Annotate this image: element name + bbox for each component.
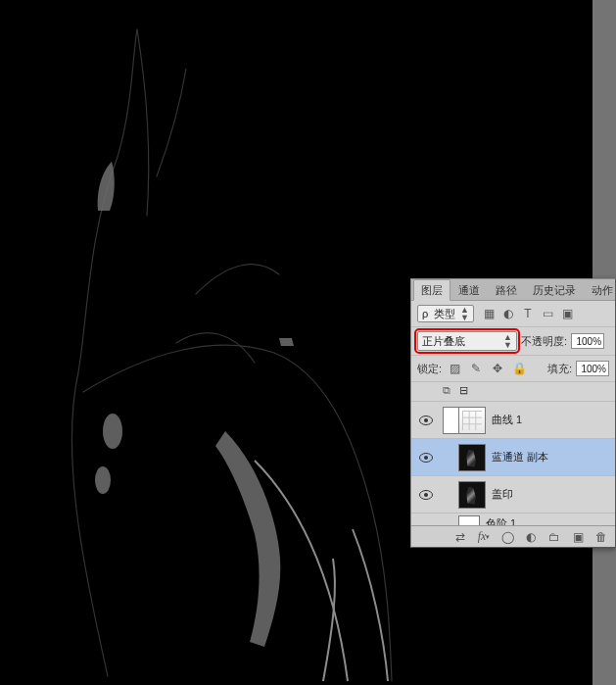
fill-input[interactable] [576, 361, 609, 376]
layers-footer: ⇄ fx▾ ◯ ◐ 🗀 ▣ 🗑 [411, 525, 615, 547]
layers-list: 曲线 1 蓝通道 副本 盖印 色阶 1 [411, 402, 615, 525]
layer-name: 蓝通道 副本 [492, 450, 548, 465]
svg-point-2 [95, 466, 111, 494]
fx-button[interactable]: fx▾ [474, 528, 494, 546]
link-indicator: ⊟ [459, 384, 468, 396]
eye-icon [419, 416, 433, 425]
visibility-toggle[interactable] [415, 490, 437, 500]
group-button[interactable]: 🗀 [545, 528, 564, 546]
new-layer-button[interactable]: ▣ [568, 528, 588, 546]
link-layers-button[interactable]: ⇄ [450, 528, 470, 546]
lock-all-icon[interactable]: 🔒 [510, 360, 528, 377]
blend-opacity-row: 正片叠底 ▲▼ 不透明度: [411, 327, 615, 356]
opacity-label: 不透明度: [521, 334, 567, 349]
tab-channels[interactable]: 通道 [450, 279, 488, 300]
tab-paths[interactable]: 路径 [488, 279, 525, 300]
filter-adjust-icon[interactable]: ◐ [499, 305, 517, 322]
svg-point-1 [103, 414, 122, 449]
filter-pixel-icon[interactable]: ▦ [480, 305, 498, 322]
chevron-updown-icon: ▲▼ [503, 333, 512, 349]
tab-layers[interactable]: 图层 [413, 279, 450, 301]
filter-prefix: ρ [422, 308, 428, 319]
tab-history[interactable]: 历史记录 [525, 279, 584, 300]
lock-label: 锁定: [417, 362, 442, 376]
layer-name: 曲线 1 [492, 413, 522, 427]
layer-row-stamp[interactable]: 盖印 [411, 476, 615, 514]
visibility-toggle[interactable] [415, 416, 437, 425]
svg-point-6 [424, 456, 428, 460]
filter-label: 类型 [434, 307, 455, 321]
svg-point-8 [424, 493, 428, 497]
panel-tab-bar: 图层 通道 路径 历史记录 动作 [411, 279, 615, 301]
layer-filter-row: ρ 类型 ▲▼ ▦ ◐ T ▭ ▣ [411, 301, 615, 327]
pass-through-row: ⧉ ⊟ [411, 382, 615, 402]
layers-panel: 图层 通道 路径 历史记录 动作 ρ 类型 ▲▼ ▦ ◐ T ▭ ▣ 正片叠底 … [410, 278, 616, 548]
layer-name: 色阶 1 [486, 516, 516, 525]
filter-type-icon[interactable]: T [519, 305, 537, 322]
lock-transparent-icon[interactable]: ▨ [446, 360, 463, 377]
opacity-input[interactable] [571, 333, 604, 349]
layer-name: 盖印 [492, 487, 513, 502]
blend-mode-value: 正片叠底 [422, 334, 465, 349]
fill-label: 填充: [547, 362, 572, 376]
lock-position-icon[interactable]: ✥ [489, 360, 506, 377]
blend-mode-select[interactable]: 正片叠底 ▲▼ [417, 331, 517, 351]
visibility-toggle[interactable] [415, 453, 437, 463]
lock-pixels-icon[interactable]: ✎ [467, 360, 485, 377]
layer-thumbnail [458, 515, 480, 526]
mask-button[interactable]: ◯ [498, 528, 517, 546]
link-icon: ⧉ [443, 384, 450, 396]
layer-row-blue-copy[interactable]: 蓝通道 副本 [411, 439, 615, 476]
chevron-updown-icon: ▲▼ [460, 306, 469, 321]
filter-shape-icon[interactable]: ▭ [539, 305, 556, 322]
filter-smart-icon[interactable]: ▣ [558, 305, 576, 322]
lock-fill-row: 锁定: ▨ ✎ ✥ 🔒 填充: [411, 356, 615, 382]
trash-button[interactable]: 🗑 [592, 528, 611, 546]
layer-thumbnail [458, 481, 486, 509]
tab-actions[interactable]: 动作 [584, 279, 616, 300]
layer-thumbnail [443, 406, 486, 435]
eye-icon [419, 453, 433, 463]
layer-thumbnail [458, 444, 486, 471]
layer-row-curves[interactable]: 曲线 1 [411, 402, 615, 439]
svg-point-4 [424, 418, 428, 422]
adjustment-button[interactable]: ◐ [521, 528, 541, 546]
layer-row-levels[interactable]: 色阶 1 [411, 514, 615, 525]
eye-icon [419, 490, 433, 500]
filter-type-select[interactable]: ρ 类型 ▲▼ [417, 305, 474, 322]
